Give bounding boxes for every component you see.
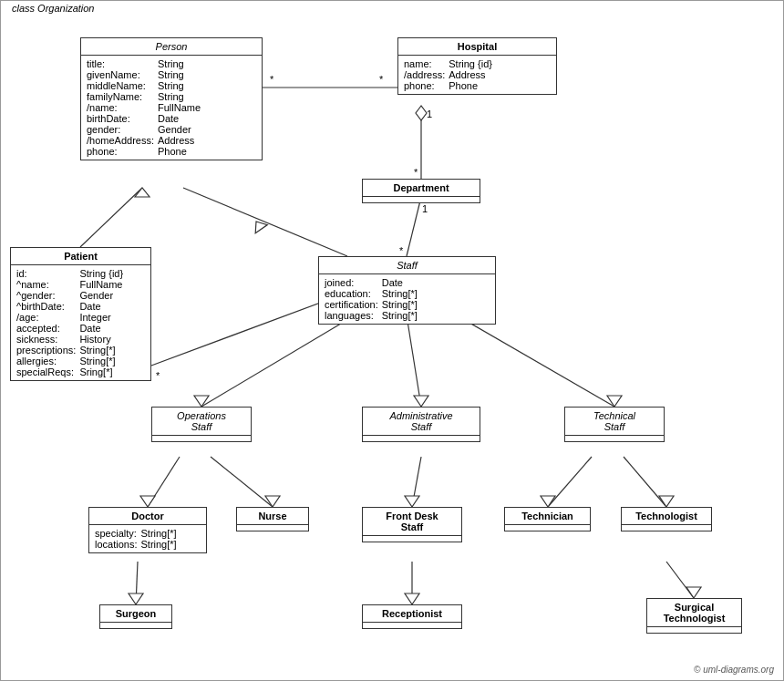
class-admin-staff: AdministrativeStaff bbox=[362, 407, 480, 442]
svg-marker-31 bbox=[129, 593, 143, 604]
svg-line-12 bbox=[183, 188, 347, 256]
class-technician: Technician bbox=[504, 507, 591, 531]
class-ops-staff-header: OperationsStaff bbox=[152, 408, 251, 436]
class-tech-staff-body bbox=[565, 436, 664, 441]
class-surgical-tech: SurgicalTechnologist bbox=[646, 598, 742, 634]
class-admin-staff-header: AdministrativeStaff bbox=[363, 408, 480, 436]
svg-line-30 bbox=[136, 562, 138, 604]
class-nurse-header: Nurse bbox=[237, 508, 308, 525]
class-person-body: title:String givenName:String middleName… bbox=[81, 56, 262, 160]
svg-marker-35 bbox=[686, 587, 701, 598]
class-staff-header: Staff bbox=[319, 257, 495, 274]
class-ops-staff-body bbox=[152, 436, 251, 441]
svg-marker-29 bbox=[659, 496, 674, 507]
svg-marker-4 bbox=[416, 106, 427, 120]
class-patient-body: id:String {id} ^name:FullName ^gender:Ge… bbox=[11, 265, 150, 380]
copyright-text: © uml-diagrams.org bbox=[694, 665, 774, 675]
class-front-desk: Front DeskStaff bbox=[362, 507, 462, 542]
class-technician-body bbox=[505, 525, 590, 531]
svg-line-10 bbox=[80, 188, 142, 247]
class-receptionist-header: Receptionist bbox=[363, 605, 461, 623]
class-staff-body: joined:Date education:String[*] certific… bbox=[319, 274, 495, 324]
svg-text:*: * bbox=[270, 74, 274, 85]
class-technologist-header: Technologist bbox=[622, 508, 711, 525]
class-department-body bbox=[363, 197, 480, 202]
class-receptionist: Receptionist bbox=[362, 604, 462, 629]
svg-line-20 bbox=[148, 457, 180, 507]
svg-marker-15 bbox=[194, 396, 209, 407]
svg-text:*: * bbox=[156, 370, 160, 381]
svg-marker-11 bbox=[135, 188, 150, 197]
class-patient: Patient id:String {id} ^name:FullName ^g… bbox=[10, 247, 151, 381]
class-person-header: Person bbox=[81, 38, 262, 56]
class-receptionist-body bbox=[363, 623, 461, 628]
class-patient-header: Patient bbox=[11, 248, 150, 265]
class-front-desk-header: Front DeskStaff bbox=[363, 508, 461, 536]
class-surgical-tech-header: SurgicalTechnologist bbox=[647, 599, 741, 627]
svg-line-7 bbox=[407, 197, 421, 256]
class-doctor-body: specialty:String[*] locations:String[*] bbox=[89, 525, 206, 552]
svg-line-16 bbox=[407, 315, 421, 407]
class-front-desk-body bbox=[363, 536, 461, 542]
class-doctor: Doctor specialty:String[*] locations:Str… bbox=[88, 507, 207, 553]
svg-text:*: * bbox=[399, 245, 404, 256]
class-ops-staff: OperationsStaff bbox=[151, 407, 252, 442]
svg-text:1: 1 bbox=[427, 108, 432, 119]
svg-line-26 bbox=[548, 457, 592, 507]
class-nurse: Nurse bbox=[236, 507, 309, 531]
class-hospital-body: name:String {id} /address:Address phone:… bbox=[398, 56, 556, 94]
svg-text:*: * bbox=[414, 167, 418, 178]
class-technologist-body bbox=[622, 525, 711, 531]
diagram-title: class Organization bbox=[8, 3, 98, 14]
svg-marker-19 bbox=[607, 396, 622, 407]
svg-marker-25 bbox=[405, 496, 419, 507]
class-surgical-tech-body bbox=[647, 627, 741, 633]
svg-marker-23 bbox=[265, 496, 280, 507]
svg-line-18 bbox=[457, 315, 614, 407]
svg-line-24 bbox=[412, 457, 421, 507]
svg-line-22 bbox=[211, 457, 273, 507]
class-surgeon-header: Surgeon bbox=[100, 605, 171, 623]
svg-marker-21 bbox=[140, 496, 155, 507]
class-hospital: Hospital name:String {id} /address:Addre… bbox=[397, 37, 557, 95]
svg-line-14 bbox=[201, 315, 355, 407]
class-admin-staff-body bbox=[363, 436, 480, 441]
diagram-container: class Organization * * 1 * 1 * bbox=[0, 0, 784, 681]
svg-marker-27 bbox=[541, 496, 555, 507]
class-surgeon-body bbox=[100, 623, 171, 628]
svg-marker-13 bbox=[250, 217, 267, 232]
class-department: Department bbox=[362, 179, 480, 203]
class-staff: Staff joined:Date education:String[*] ce… bbox=[318, 256, 496, 325]
svg-line-28 bbox=[624, 457, 666, 507]
class-person: Person title:String givenName:String mid… bbox=[80, 37, 263, 160]
svg-text:1: 1 bbox=[422, 203, 428, 214]
svg-line-34 bbox=[666, 562, 694, 598]
class-department-header: Department bbox=[363, 180, 480, 197]
svg-marker-17 bbox=[414, 396, 428, 407]
class-tech-staff-header: TechnicalStaff bbox=[565, 408, 664, 436]
svg-marker-33 bbox=[405, 593, 419, 604]
svg-text:*: * bbox=[379, 74, 384, 85]
class-technologist: Technologist bbox=[621, 507, 712, 531]
class-surgeon: Surgeon bbox=[99, 604, 172, 629]
class-doctor-header: Doctor bbox=[89, 508, 206, 525]
class-nurse-body bbox=[237, 525, 308, 531]
class-tech-staff: TechnicalStaff bbox=[564, 407, 665, 442]
class-technician-header: Technician bbox=[505, 508, 590, 525]
class-hospital-header: Hospital bbox=[398, 38, 556, 56]
